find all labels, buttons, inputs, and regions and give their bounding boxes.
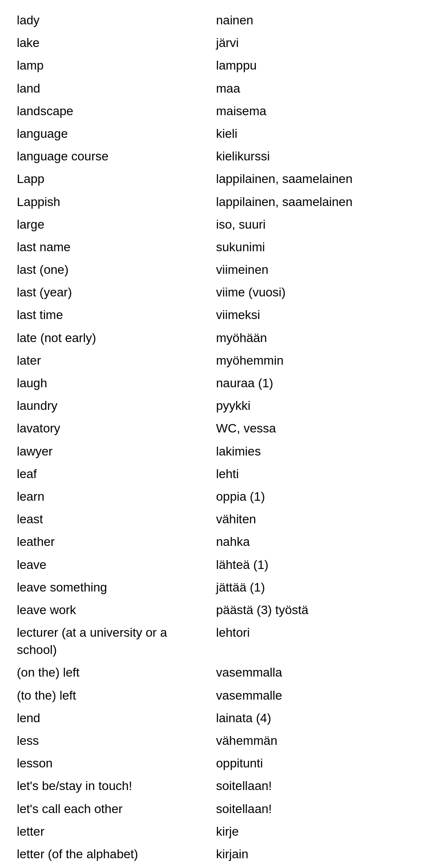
english-word: language course bbox=[13, 145, 212, 167]
english-word: lecturer (at a university or a school) bbox=[13, 621, 212, 661]
finnish-translation: nainen bbox=[212, 9, 412, 31]
finnish-translation: oppitunti bbox=[212, 752, 412, 775]
finnish-translation: nauraa (1) bbox=[212, 372, 412, 394]
finnish-translation: lehti bbox=[212, 463, 412, 485]
english-word: leather bbox=[13, 530, 212, 553]
finnish-translation: vasemmalle bbox=[212, 684, 412, 707]
finnish-translation: soitellaan! bbox=[212, 798, 412, 820]
english-word: let's be/stay in touch! bbox=[13, 775, 212, 797]
finnish-translation: vähiten bbox=[212, 508, 412, 530]
table-row: landscapemaisema bbox=[13, 100, 412, 122]
english-word: lesson bbox=[13, 752, 212, 775]
finnish-translation: kirje bbox=[212, 820, 412, 843]
table-row: leave somethingjättää (1) bbox=[13, 576, 412, 599]
table-row: late (not early)myöhään bbox=[13, 327, 412, 349]
table-row: last (one)viimeinen bbox=[13, 258, 412, 281]
english-word: lend bbox=[13, 707, 212, 729]
finnish-translation: iso, suuri bbox=[212, 213, 412, 236]
english-word: lamp bbox=[13, 54, 212, 77]
english-word: Lapp bbox=[13, 167, 212, 190]
table-row: landmaa bbox=[13, 77, 412, 100]
finnish-translation: lamppu bbox=[212, 54, 412, 77]
english-word: later bbox=[13, 349, 212, 372]
table-row: lakejärvi bbox=[13, 31, 412, 54]
table-row: last (year)viime (vuosi) bbox=[13, 281, 412, 304]
finnish-translation: vasemmalla bbox=[212, 661, 412, 684]
table-row: lessvähemmän bbox=[13, 729, 412, 752]
dictionary-table: ladynainenlakejärvilamplamppulandmaaland… bbox=[13, 9, 412, 868]
table-row: (on the) leftvasemmalla bbox=[13, 661, 412, 684]
table-row: letterkirje bbox=[13, 820, 412, 843]
table-row: lendlainata (4) bbox=[13, 707, 412, 729]
english-word: learn bbox=[13, 485, 212, 508]
table-row: lecturer (at a university or a school)le… bbox=[13, 621, 412, 661]
english-word: last name bbox=[13, 236, 212, 258]
english-word: leave work bbox=[13, 599, 212, 621]
table-row: lawyerlakimies bbox=[13, 440, 412, 463]
table-row: lettucesalaatti bbox=[13, 865, 412, 868]
english-word: Lappish bbox=[13, 191, 212, 213]
english-word: lettuce bbox=[13, 865, 212, 868]
table-row: let's be/stay in touch!soitellaan! bbox=[13, 775, 412, 797]
finnish-translation: kieli bbox=[212, 122, 412, 145]
table-row: last timeviimeksi bbox=[13, 304, 412, 326]
finnish-translation: salaatti bbox=[212, 865, 412, 868]
table-row: lavatoryWC, vessa bbox=[13, 417, 412, 440]
table-row: laundrypyykki bbox=[13, 394, 412, 417]
table-row: leathernahka bbox=[13, 530, 412, 553]
english-word: laundry bbox=[13, 394, 212, 417]
english-word: large bbox=[13, 213, 212, 236]
finnish-translation: WC, vessa bbox=[212, 417, 412, 440]
english-word: (to the) left bbox=[13, 684, 212, 707]
english-word: letter bbox=[13, 820, 212, 843]
finnish-translation: maisema bbox=[212, 100, 412, 122]
table-row: latermyöhemmin bbox=[13, 349, 412, 372]
english-word: lavatory bbox=[13, 417, 212, 440]
table-row: leavelähteä (1) bbox=[13, 553, 412, 576]
table-row: Lapplappilainen, saamelainen bbox=[13, 167, 412, 190]
english-word: least bbox=[13, 508, 212, 530]
table-row: languagekieli bbox=[13, 122, 412, 145]
finnish-translation: pyykki bbox=[212, 394, 412, 417]
finnish-translation: maa bbox=[212, 77, 412, 100]
table-row: learnoppia (1) bbox=[13, 485, 412, 508]
table-row: Lappishlappilainen, saamelainen bbox=[13, 191, 412, 213]
finnish-translation: jättää (1) bbox=[212, 576, 412, 599]
english-word: leave bbox=[13, 553, 212, 576]
table-row: leaflehti bbox=[13, 463, 412, 485]
finnish-translation: järvi bbox=[212, 31, 412, 54]
english-word: land bbox=[13, 77, 212, 100]
english-word: last time bbox=[13, 304, 212, 326]
english-word: let's call each other bbox=[13, 798, 212, 820]
table-row: last namesukunimi bbox=[13, 236, 412, 258]
table-row: letter (of the alphabet)kirjain bbox=[13, 843, 412, 865]
english-word: leaf bbox=[13, 463, 212, 485]
english-word: last (one) bbox=[13, 258, 212, 281]
finnish-translation: lainata (4) bbox=[212, 707, 412, 729]
english-word: leave something bbox=[13, 576, 212, 599]
finnish-translation: lakimies bbox=[212, 440, 412, 463]
english-word: lake bbox=[13, 31, 212, 54]
table-row: leave workpäästä (3) työstä bbox=[13, 599, 412, 621]
finnish-translation: lappilainen, saamelainen bbox=[212, 167, 412, 190]
table-row: laughnauraa (1) bbox=[13, 372, 412, 394]
english-word: late (not early) bbox=[13, 327, 212, 349]
finnish-translation: päästä (3) työstä bbox=[212, 599, 412, 621]
english-word: lady bbox=[13, 9, 212, 31]
finnish-translation: nahka bbox=[212, 530, 412, 553]
finnish-translation: myöhemmin bbox=[212, 349, 412, 372]
table-row: (to the) leftvasemmalle bbox=[13, 684, 412, 707]
english-word: last (year) bbox=[13, 281, 212, 304]
finnish-translation: lappilainen, saamelainen bbox=[212, 191, 412, 213]
english-word: (on the) left bbox=[13, 661, 212, 684]
english-word: letter (of the alphabet) bbox=[13, 843, 212, 865]
table-row: language coursekielikurssi bbox=[13, 145, 412, 167]
finnish-translation: kirjain bbox=[212, 843, 412, 865]
finnish-translation: sukunimi bbox=[212, 236, 412, 258]
finnish-translation: soitellaan! bbox=[212, 775, 412, 797]
finnish-translation: viimeksi bbox=[212, 304, 412, 326]
finnish-translation: vähemmän bbox=[212, 729, 412, 752]
english-word: laugh bbox=[13, 372, 212, 394]
table-row: lamplamppu bbox=[13, 54, 412, 77]
english-word: less bbox=[13, 729, 212, 752]
